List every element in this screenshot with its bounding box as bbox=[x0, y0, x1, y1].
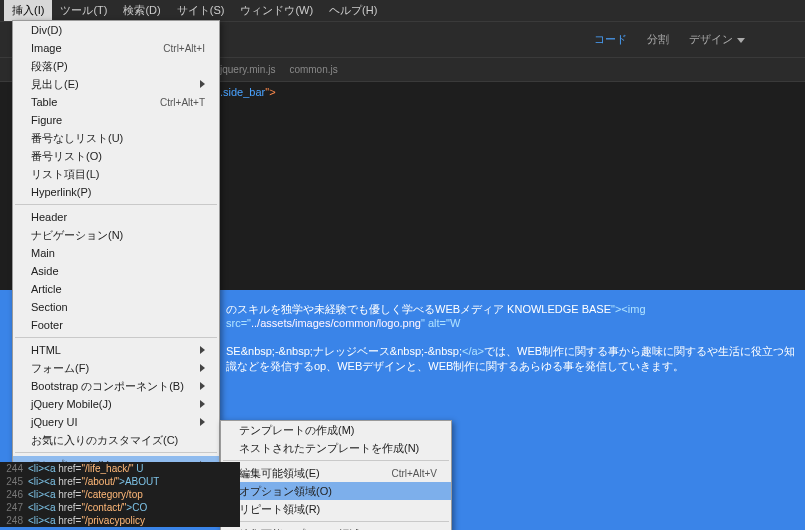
submenu-create-nested-template[interactable]: ネストされたテンプレートを作成(N) bbox=[221, 439, 451, 457]
submenu-optional-region[interactable]: オプション領域(O) bbox=[221, 482, 451, 500]
submenu-repeat-region[interactable]: リピート領域(R) bbox=[221, 500, 451, 518]
chevron-down-icon bbox=[737, 38, 745, 43]
view-code-button[interactable]: コード bbox=[594, 32, 627, 47]
menu-item-jqm[interactable]: jQuery Mobile(J) bbox=[13, 395, 219, 413]
menu-separator bbox=[223, 521, 449, 522]
menu-window[interactable]: ウィンドウ(W) bbox=[232, 0, 321, 21]
code-hint: .side_bar"> bbox=[220, 86, 276, 98]
menu-item-heading[interactable]: 見出し(E) bbox=[13, 75, 219, 93]
menu-item-hyperlink[interactable]: Hyperlink(P) bbox=[13, 183, 219, 201]
code-row: 245<li><a href="/about/">ABOUT bbox=[0, 475, 240, 488]
submenu-editable-region[interactable]: 編集可能領域(E)Ctrl+Alt+V bbox=[221, 464, 451, 482]
menu-item-aside[interactable]: Aside bbox=[13, 262, 219, 280]
menu-item-image[interactable]: ImageCtrl+Alt+I bbox=[13, 39, 219, 57]
menu-help[interactable]: ヘルプ(H) bbox=[321, 0, 385, 21]
menu-item-main[interactable]: Main bbox=[13, 244, 219, 262]
menu-item-paragraph[interactable]: 段落(P) bbox=[13, 57, 219, 75]
code-row: 246<li><a href="/category/top bbox=[0, 488, 240, 501]
submenu-create-template[interactable]: テンプレートの作成(M) bbox=[221, 421, 451, 439]
menu-item-li[interactable]: リスト項目(L) bbox=[13, 165, 219, 183]
menu-tools[interactable]: ツール(T) bbox=[52, 0, 115, 21]
view-design-button[interactable]: デザイン bbox=[689, 32, 745, 47]
menu-item-form[interactable]: フォーム(F) bbox=[13, 359, 219, 377]
menu-item-div[interactable]: Div(D) bbox=[13, 21, 219, 39]
code-row: 248<li><a href="/privacypolicy bbox=[0, 514, 240, 527]
menu-item-customize-favorites[interactable]: お気に入りのカスタマイズ(C) bbox=[13, 431, 219, 449]
file-tab-jquery[interactable]: jquery.min.js bbox=[220, 64, 275, 75]
menu-site[interactable]: サイト(S) bbox=[169, 0, 233, 21]
menu-item-header[interactable]: Header bbox=[13, 208, 219, 226]
view-split-button[interactable]: 分割 bbox=[647, 32, 669, 47]
code-row: 244<li><a href="/life_hack/" U bbox=[0, 462, 240, 475]
menubar: 挿入(I) ツール(T) 検索(D) サイト(S) ウィンドウ(W) ヘルプ(H… bbox=[0, 0, 805, 22]
code-line-logo: のスキルを独学や未経験でも優しく学べるWEBメディア KNOWLEDGE BAS… bbox=[226, 302, 805, 329]
menu-item-bootstrap[interactable]: Bootstrap のコンポーネント(B) bbox=[13, 377, 219, 395]
menu-item-footer[interactable]: Footer bbox=[13, 316, 219, 334]
menu-item-ul[interactable]: 番号なしリスト(U) bbox=[13, 129, 219, 147]
menu-separator bbox=[15, 452, 217, 453]
menu-insert[interactable]: 挿入(I) bbox=[4, 0, 52, 21]
menu-separator bbox=[223, 460, 449, 461]
menu-item-ol[interactable]: 番号リスト(O) bbox=[13, 147, 219, 165]
code-line-desc: SE&nbsp;-&nbsp;ナレッジベース&nbsp;-&nbsp;</a>で… bbox=[226, 344, 801, 374]
menu-item-html[interactable]: HTML bbox=[13, 341, 219, 359]
menu-item-section[interactable]: Section bbox=[13, 298, 219, 316]
menu-item-jqui[interactable]: jQuery UI bbox=[13, 413, 219, 431]
insert-menu: Div(D) ImageCtrl+Alt+I 段落(P) 見出し(E) Tabl… bbox=[12, 20, 220, 500]
menu-item-figure[interactable]: Figure bbox=[13, 111, 219, 129]
code-gutter-area: 244<li><a href="/life_hack/" U 245<li><a… bbox=[0, 462, 240, 527]
template-submenu: テンプレートの作成(M) ネストされたテンプレートを作成(N) 編集可能領域(E… bbox=[220, 420, 452, 530]
menu-item-table[interactable]: TableCtrl+Alt+T bbox=[13, 93, 219, 111]
code-row: 247<li><a href="/contact/">CO bbox=[0, 501, 240, 514]
menu-item-article[interactable]: Article bbox=[13, 280, 219, 298]
menu-separator bbox=[15, 204, 217, 205]
menu-item-nav[interactable]: ナビゲーション(N) bbox=[13, 226, 219, 244]
menu-separator bbox=[15, 337, 217, 338]
file-tab-common[interactable]: common.js bbox=[289, 64, 337, 75]
submenu-editable-optional-region[interactable]: 編集可能オプション領域(D) bbox=[221, 525, 451, 530]
menu-search[interactable]: 検索(D) bbox=[115, 0, 168, 21]
